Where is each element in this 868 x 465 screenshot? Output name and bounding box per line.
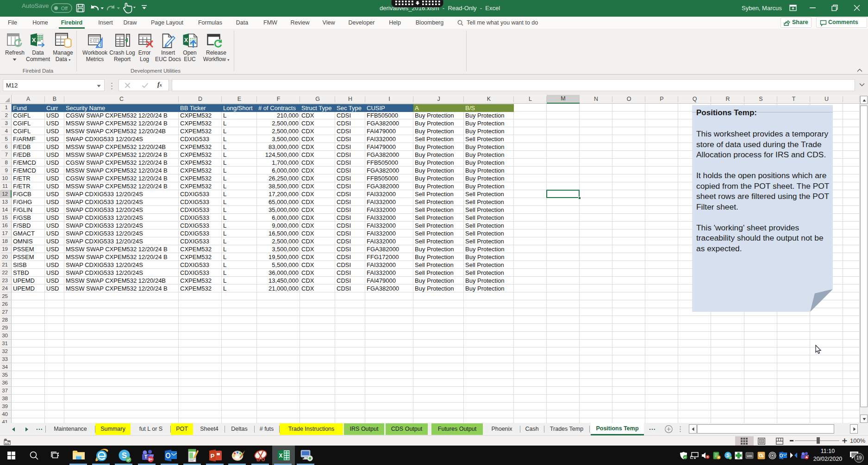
svg-text:9+: 9+ — [149, 457, 153, 462]
svg-text:P: P — [211, 453, 215, 459]
svg-text:vm: vm — [747, 454, 752, 458]
svg-text:Off: Off — [61, 6, 68, 11]
svg-text:X: X — [279, 453, 282, 459]
svg-text:X: X — [32, 37, 36, 43]
svg-text:X: X — [184, 37, 188, 43]
svg-text:T: T — [144, 454, 147, 459]
